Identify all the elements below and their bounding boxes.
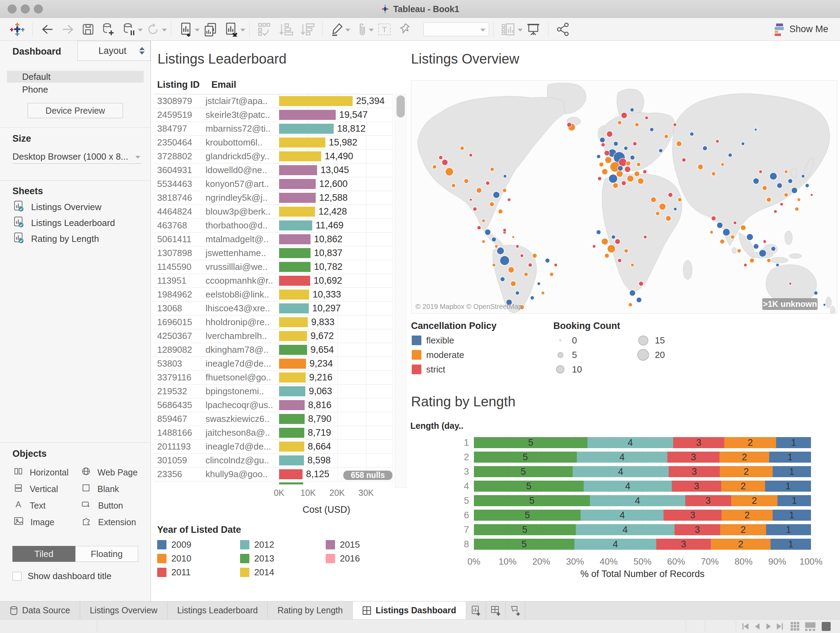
object-image[interactable]: Image xyxy=(14,514,82,530)
map-mark[interactable] xyxy=(639,282,643,286)
swap-rows-columns-button[interactable] xyxy=(254,21,275,38)
map-mark[interactable] xyxy=(747,234,753,240)
device-phone-item[interactable]: Phone xyxy=(7,84,144,95)
cost-bar-mark[interactable] xyxy=(279,345,307,355)
show-me-button[interactable]: Show Me xyxy=(773,23,828,36)
map-mark[interactable] xyxy=(512,236,514,238)
rating-segment-2[interactable]: 2 xyxy=(724,437,776,448)
map-mark[interactable] xyxy=(744,264,747,266)
map-mark[interactable] xyxy=(605,150,609,155)
map-mark[interactable] xyxy=(678,198,682,201)
table-row[interactable]: 301059clincolndz@gu..8,598 xyxy=(154,454,393,467)
tab-listings-dashboard[interactable]: Listings Dashboard xyxy=(353,601,466,619)
table-row[interactable]: 3818746ngrindley5k@j..12,588 xyxy=(154,191,393,205)
map-mark[interactable] xyxy=(690,132,693,136)
object-horizontal[interactable]: Horizontal xyxy=(14,464,82,481)
map-mark[interactable] xyxy=(469,154,472,157)
sort-descending-button[interactable] xyxy=(297,21,318,38)
rating-segment-3[interactable]: 3 xyxy=(685,495,731,506)
save-button[interactable] xyxy=(78,21,98,38)
world-map[interactable]: © 2019 Mapbox © OpenStreetMap >1K unknow… xyxy=(411,80,837,314)
map-mark[interactable] xyxy=(776,264,779,266)
rating-segment-5[interactable]: 5 xyxy=(474,524,576,535)
map-mark[interactable] xyxy=(602,143,605,147)
rating-segment-2[interactable]: 2 xyxy=(720,466,772,477)
cost-bar-mark[interactable] xyxy=(279,165,317,175)
undo-button[interactable] xyxy=(37,21,58,38)
map-mark[interactable] xyxy=(753,178,759,184)
map-mark[interactable] xyxy=(599,162,603,166)
rating-segment-1[interactable]: 1 xyxy=(777,495,811,506)
map-mark[interactable] xyxy=(720,239,724,244)
map-mark[interactable] xyxy=(814,291,818,295)
map-mark[interactable] xyxy=(619,158,627,166)
object-web[interactable]: Web Page xyxy=(82,464,142,481)
length-field-label[interactable]: Length (day.. xyxy=(411,421,464,431)
rating-segment-3[interactable]: 3 xyxy=(673,437,724,448)
map-mark[interactable] xyxy=(728,154,732,157)
map-mark[interactable] xyxy=(771,247,775,251)
rating-segment-1[interactable]: 1 xyxy=(766,524,811,535)
map-mark[interactable] xyxy=(789,283,791,285)
table-row[interactable]: 2011193ineagle7d@de...8,664 xyxy=(154,440,393,454)
scrollbar-thumb[interactable] xyxy=(396,95,405,117)
rating-segment-5[interactable]: 5 xyxy=(474,452,577,463)
rating-segment-2[interactable]: 2 xyxy=(721,481,765,492)
map-mark[interactable] xyxy=(516,245,519,248)
map-mark[interactable] xyxy=(651,197,656,202)
map-mark[interactable] xyxy=(493,264,495,266)
table-row[interactable]: 3728802glandrickd5@y..14,490 xyxy=(154,150,393,163)
map-mark[interactable] xyxy=(703,146,707,150)
rating-segment-1[interactable]: 1 xyxy=(773,510,811,521)
redo-button[interactable] xyxy=(58,21,78,38)
map-mark[interactable] xyxy=(626,161,630,166)
map-mark[interactable] xyxy=(554,264,557,266)
cost-bar-mark[interactable] xyxy=(279,110,336,120)
table-row[interactable]: 384797mbarniss72@ti..18,812 xyxy=(154,122,393,136)
map-mark[interactable] xyxy=(636,298,641,302)
sheet-item-listings-overview[interactable]: Listings Overview xyxy=(14,199,115,215)
new-story-button[interactable] xyxy=(506,601,525,619)
map-mark[interactable] xyxy=(624,249,628,253)
highlight-caret[interactable] xyxy=(346,28,350,32)
map-mark[interactable] xyxy=(780,203,783,206)
map-mark[interactable] xyxy=(485,229,491,235)
map-mark[interactable] xyxy=(665,135,668,138)
map-mark[interactable] xyxy=(712,216,716,220)
map-mark[interactable] xyxy=(659,149,662,152)
map-mark[interactable] xyxy=(545,258,549,263)
map-mark[interactable] xyxy=(542,292,544,294)
map-mark[interactable] xyxy=(785,193,788,196)
column-header-listing-id[interactable]: Listing ID xyxy=(157,79,200,90)
map-mark[interactable] xyxy=(767,259,771,262)
cost-bar-mark[interactable] xyxy=(279,469,303,479)
cost-bar-mark[interactable] xyxy=(279,483,303,484)
map-mark[interactable] xyxy=(717,223,723,228)
cost-bar-mark[interactable] xyxy=(279,179,316,189)
map-mark[interactable] xyxy=(490,202,494,206)
map-mark[interactable] xyxy=(613,183,618,188)
tiled-button[interactable]: Tiled xyxy=(13,546,75,562)
table-row[interactable]: 463768thorbathoo@d..11,469 xyxy=(154,219,393,233)
cost-bar-mark[interactable] xyxy=(279,414,305,424)
map-mark[interactable] xyxy=(497,247,504,254)
map-mark[interactable] xyxy=(627,176,633,182)
add-data-source-button[interactable] xyxy=(98,21,118,38)
cost-bar-mark[interactable] xyxy=(279,193,316,203)
map-mark[interactable] xyxy=(759,170,762,173)
map-mark[interactable] xyxy=(759,250,766,257)
map-mark[interactable] xyxy=(503,229,506,231)
table-row[interactable]: 859467swaszkiewicz6..8,790 xyxy=(154,412,393,426)
map-mark[interactable] xyxy=(605,157,611,163)
cost-bar-mark[interactable] xyxy=(279,303,309,313)
map-mark[interactable] xyxy=(788,179,792,183)
map-mark[interactable] xyxy=(486,181,489,185)
rating-segment-4[interactable]: 4 xyxy=(590,495,685,506)
map-mark[interactable] xyxy=(482,219,485,222)
new-worksheet-caret[interactable] xyxy=(195,28,200,32)
rating-segment-4[interactable]: 4 xyxy=(584,481,672,492)
map-mark[interactable] xyxy=(521,254,523,257)
legend-item-2010[interactable]: 2010 xyxy=(157,551,191,565)
map-mark[interactable] xyxy=(500,256,509,265)
map-mark[interactable] xyxy=(439,156,442,159)
